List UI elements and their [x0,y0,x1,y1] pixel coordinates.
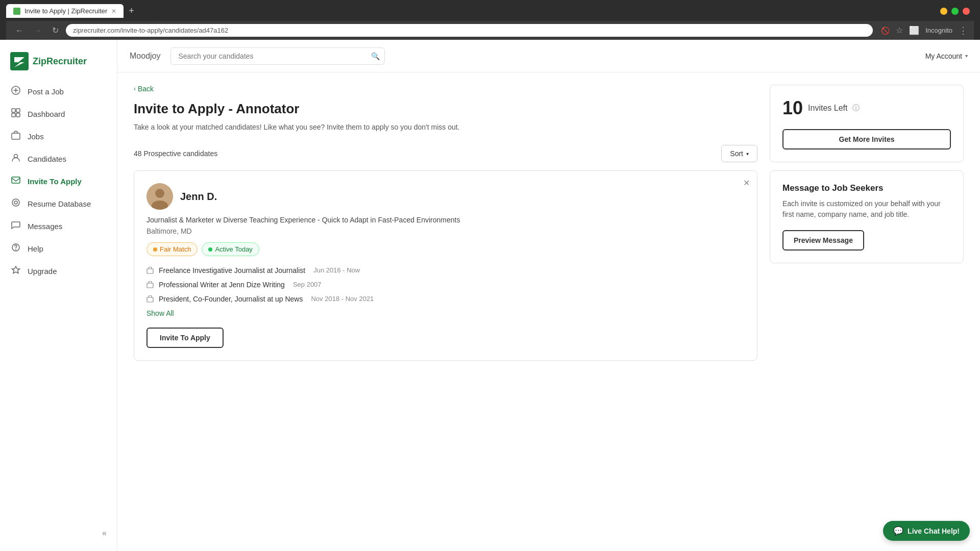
post-job-icon [10,86,21,97]
invite-to-apply-btn[interactable]: Invite To Apply [146,328,224,348]
invite-icon [10,176,21,187]
url-text: ziprecruiter.com/invite-to-apply/candida… [73,27,228,34]
work-title-1: Freelance Investigative Journalist at Jo… [159,266,305,274]
sidebar-item-dashboard[interactable]: Dashboard [0,103,117,124]
svg-point-9 [12,199,19,206]
page-content: ‹ Back Invite to Apply - Annotator Take … [117,72,980,551]
sidebar-item-post-job[interactable]: Post a Job [0,81,117,102]
page-title: Invite to Apply - Annotator [134,101,757,117]
work-dates-2: Sep 2007 [293,281,322,288]
work-item-1: Freelance Investigative Journalist at Jo… [146,266,745,276]
candidate-location: Baltimore, MD [146,227,745,235]
menu-icon[interactable]: ⋮ [959,25,968,36]
candidate-name: Jenn D. [180,191,217,203]
sidebar: ZipRecruiter Post a Job Dashboard Jobs [0,40,117,551]
search-icon: 🔍 [371,52,380,60]
card-close-btn[interactable]: ✕ [743,178,750,188]
address-bar[interactable]: ziprecruiter.com/invite-to-apply/candida… [66,24,873,37]
work-icon-2 [146,281,154,290]
svg-point-10 [14,201,17,204]
jobs-icon [10,131,21,142]
my-account-btn[interactable]: My Account ▾ [925,52,968,60]
sidebar-item-candidates[interactable]: Candidates [0,148,117,169]
sidebar-item-resume-database[interactable]: Resume Database [0,193,117,214]
tab-favicon [13,8,20,15]
invites-info-icon[interactable]: ⓘ [852,104,860,113]
svg-rect-3 [16,109,20,112]
get-more-invites-btn[interactable]: Get More Invites [782,129,951,149]
sidebar-label-help: Help [28,244,43,253]
work-dates-3: Nov 2018 - Nov 2021 [311,295,374,303]
close-btn[interactable] [963,8,970,15]
refresh-btn[interactable]: ↻ [49,24,62,36]
work-item-2: Professional Writer at Jenn Dize Writing… [146,281,745,290]
page-description: Take a look at your matched candidates! … [134,122,757,133]
invites-number: 10 [782,97,803,119]
avatar [146,183,173,210]
sidebar-navigation: Post a Job Dashboard Jobs Candidates [0,81,117,282]
sort-chevron-icon: ▾ [746,151,749,157]
candidates-header: 48 Prospective candidates Sort ▾ [134,145,757,162]
logo-text: ZipRecruiter [33,56,87,67]
tab-close-btn[interactable]: ✕ [111,8,116,15]
sidebar-collapse-btn[interactable]: « [0,523,117,543]
search-input[interactable] [170,47,385,65]
svg-rect-5 [16,113,20,117]
show-all-link[interactable]: Show All [146,309,745,317]
back-nav-btn[interactable]: ← [12,25,27,36]
preview-message-btn[interactable]: Preview Message [782,230,864,251]
invites-left-section: 10 Invites Left ⓘ [782,97,951,119]
live-chat-btn[interactable]: 💬 Live Chat Help! [883,521,970,541]
message-panel: Message to Job Seekers Each invite is cu… [770,170,964,263]
svg-rect-6 [12,133,20,139]
work-title-2: Professional Writer at Jenn Dize Writing [159,281,285,289]
chat-icon: 💬 [893,526,903,536]
browser-nav: ← → ↻ ziprecruiter.com/invite-to-apply/c… [6,21,974,40]
back-link[interactable]: ‹ Back [134,85,757,93]
svg-rect-17 [147,297,153,302]
sidebar-item-upgrade[interactable]: Upgrade [0,260,117,282]
resume-icon [10,198,21,209]
message-description: Each invite is customized on your behalf… [782,198,951,220]
upgrade-icon [10,265,21,277]
sidebar-label-jobs: Jobs [28,132,44,141]
bookmark-icon[interactable]: ☆ [896,26,903,35]
my-account-label: My Account [925,52,962,60]
browser-chrome: Invite to Apply | ZipRecruiter ✕ + ← → ↻… [0,0,980,40]
svg-rect-4 [12,113,15,117]
forward-nav-btn[interactable]: → [31,25,45,36]
collapse-icon: « [102,529,107,538]
active-label: Active Today [215,245,252,253]
fair-match-badge: Fair Match [146,242,198,256]
maximize-btn[interactable] [951,8,959,15]
profile-icon[interactable]: ⬜ [909,26,919,35]
invites-panel: 10 Invites Left ⓘ Get More Invites [770,85,964,162]
sidebar-label-upgrade: Upgrade [28,267,57,276]
sort-label: Sort [730,149,743,158]
sidebar-item-jobs[interactable]: Jobs [0,126,117,147]
svg-rect-8 [12,177,20,183]
candidates-icon [10,153,21,164]
sort-button[interactable]: Sort ▾ [721,145,757,162]
sidebar-item-messages[interactable]: Messages [0,215,117,237]
header-search[interactable]: 🔍 [170,47,385,65]
header-brand: Moodjoy [130,52,160,61]
ziprecruiter-logo-icon [10,52,29,70]
account-chevron-icon: ▾ [965,53,968,59]
app: ZipRecruiter Post a Job Dashboard Jobs [0,40,980,551]
sidebar-label-messages: Messages [28,222,62,231]
candidate-card: ✕ Jenn D. Journalist & Marketer w Divers… [134,170,757,361]
header: Moodjoy 🔍 My Account ▾ [117,40,980,72]
work-icon-1 [146,267,154,276]
fair-match-dot [153,247,157,252]
work-item-3: President, Co-Founder, Journalist at up … [146,295,745,304]
active-tab[interactable]: Invite to Apply | ZipRecruiter ✕ [6,4,124,18]
candidate-headline: Journalist & Marketer w Diverse Teaching… [146,216,745,224]
minimize-btn[interactable] [940,8,947,15]
sidebar-item-help[interactable]: Help [0,238,117,259]
content-right: 10 Invites Left ⓘ Get More Invites Messa… [770,85,964,539]
sidebar-item-invite-to-apply[interactable]: Invite To Apply [0,170,117,192]
new-tab-btn[interactable]: + [126,6,137,16]
hidden-eye-icon: 🚫 [881,27,890,35]
active-today-badge: Active Today [202,242,259,256]
